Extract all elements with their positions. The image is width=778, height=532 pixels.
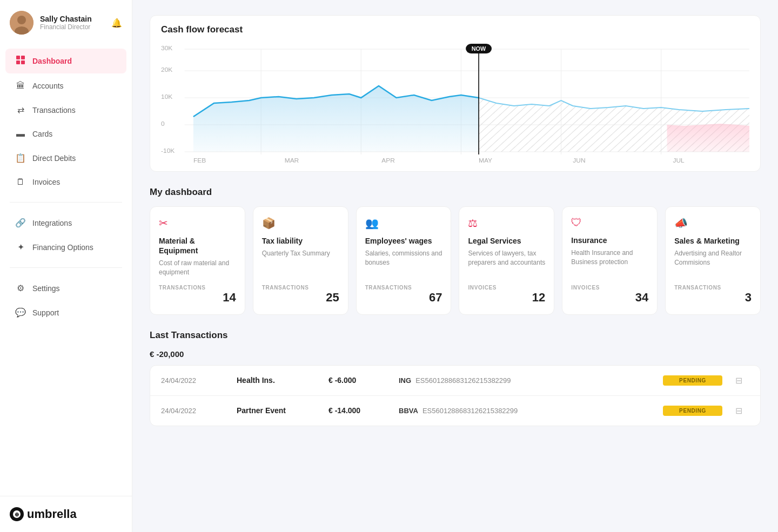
dashboard-card-insurance[interactable]: 🛡 Insurance Health Insurance and Busines… xyxy=(562,206,658,315)
dashboard-icon xyxy=(15,55,26,67)
card-footer-sales-marketing: TRANSACTIONS 3 xyxy=(674,285,752,305)
dashboard-card-employees-wages[interactable]: 👥 Employees' wages Salaries, commissions… xyxy=(356,206,452,315)
dashboard-card-legal-services[interactable]: ⚖ Legal Services Services of lawyers, ta… xyxy=(459,206,554,315)
card-type-employees-wages: TRANSACTIONS xyxy=(365,285,442,291)
avatar xyxy=(10,11,33,35)
accounts-label: Accounts xyxy=(32,82,64,90)
tx-amount: € -14.000 xyxy=(328,406,393,415)
card-subtitle-sales-marketing: Advertising and Realtor Commisions xyxy=(674,249,752,277)
tx-bank-name: BBVA xyxy=(399,407,418,415)
nav-divider-2 xyxy=(10,267,122,268)
sidebar-item-dashboard[interactable]: Dashboard xyxy=(5,49,126,73)
card-subtitle-insurance: Health Insurance and Business protection xyxy=(571,248,648,277)
svg-text:APR: APR xyxy=(381,157,395,163)
card-icon-employees-wages: 👥 xyxy=(365,217,442,230)
dashboard-title: My dashboard xyxy=(150,187,761,198)
card-type-tax-liability: TRANSACTIONS xyxy=(262,285,339,291)
main-nav: Dashboard 🏛 Accounts ⇄ Transactions ▬ Ca… xyxy=(0,45,132,197)
svg-text:10K: 10K xyxy=(161,93,173,99)
dashboard-card-tax-liability[interactable]: 📦 Tax liability Quarterly Tax Summary TR… xyxy=(253,206,348,315)
settings-label: Settings xyxy=(32,284,60,293)
sidebar-item-invoices[interactable]: 🗒 Invoices xyxy=(5,171,126,193)
user-profile: Sally Chastain Financial Director 🔔 xyxy=(0,0,132,45)
dashboard-label: Dashboard xyxy=(32,57,72,65)
card-title-material-equipment: Material & Equipment xyxy=(159,236,236,255)
svg-text:MAR: MAR xyxy=(285,157,299,163)
svg-marker-33 xyxy=(193,86,479,152)
secondary-nav: 🔗 Integrations ✦ Financing Options xyxy=(0,208,132,262)
notification-bell-icon[interactable]: 🔔 xyxy=(111,18,122,28)
sidebar-item-settings[interactable]: ⚙ Settings xyxy=(5,277,126,300)
financing-icon: ✦ xyxy=(15,242,26,252)
card-count-material-equipment: 14 xyxy=(159,291,236,305)
tx-detail-icon[interactable]: ⊟ xyxy=(728,375,749,386)
card-count-sales-marketing: 3 xyxy=(674,291,752,305)
sidebar-item-transactions[interactable]: ⇄ Transactions xyxy=(5,98,126,122)
card-count-tax-liability: 25 xyxy=(262,291,339,305)
svg-point-1 xyxy=(17,16,26,24)
card-footer-tax-liability: TRANSACTIONS 25 xyxy=(262,285,339,305)
svg-text:⊕: ⊕ xyxy=(15,511,19,517)
card-subtitle-legal-services: Services of lawyers, tax preparers and a… xyxy=(468,249,545,277)
card-type-insurance: INVOICES xyxy=(571,285,648,291)
cards-label: Cards xyxy=(32,130,52,138)
support-label: Support xyxy=(32,308,59,317)
tx-bank-name: ING xyxy=(399,376,411,385)
card-type-material-equipment: TRANSACTIONS xyxy=(159,285,236,291)
sidebar-item-accounts[interactable]: 🏛 Accounts xyxy=(5,75,126,97)
sidebar-item-integrations[interactable]: 🔗 Integrations xyxy=(5,211,126,234)
svg-text:20K: 20K xyxy=(161,66,173,72)
tx-bank: BBVA ES5601288683126215382299 xyxy=(399,407,658,415)
card-footer-employees-wages: TRANSACTIONS 67 xyxy=(365,285,442,305)
card-footer-legal-services: INVOICES 12 xyxy=(468,285,545,305)
card-type-sales-marketing: TRANSACTIONS xyxy=(674,285,752,291)
transactions-section: Last Transactions € -20,000 24/04/2022 H… xyxy=(150,330,761,426)
card-footer-insurance: INVOICES 34 xyxy=(571,285,648,305)
svg-text:JUL: JUL xyxy=(673,157,684,163)
transactions-table: 24/04/2022 Health Ins. € -6.000 ING ES56… xyxy=(150,365,761,426)
card-subtitle-material-equipment: Cost of raw material and equipment xyxy=(159,259,236,277)
tx-status-badge: PENDING xyxy=(663,406,722,416)
sidebar: Sally Chastain Financial Director 🔔 Dash… xyxy=(0,0,132,532)
dashboard-section: My dashboard ✂ Material & Equipment Cost… xyxy=(150,187,761,315)
card-type-legal-services: INVOICES xyxy=(468,285,545,291)
svg-rect-4 xyxy=(21,56,25,59)
dashboard-card-sales-marketing[interactable]: 📣 Sales & Marketing Advertising and Real… xyxy=(665,206,761,315)
user-info: Sally Chastain Financial Director xyxy=(40,15,105,31)
tx-bank: ING ES5601288683126215382299 xyxy=(399,376,658,385)
svg-rect-3 xyxy=(16,56,20,59)
svg-rect-6 xyxy=(21,60,25,64)
card-count-employees-wages: 67 xyxy=(365,291,442,305)
financing-label: Financing Options xyxy=(32,243,93,252)
direct-debits-icon: 📋 xyxy=(15,153,26,163)
chart-area: 30K 20K 10K 0 -10K FEB MAR APR MAY JUN J… xyxy=(161,44,749,163)
card-icon-legal-services: ⚖ xyxy=(468,217,545,230)
svg-text:FEB: FEB xyxy=(193,157,206,163)
sidebar-item-direct-debits[interactable]: 📋 Direct Debits xyxy=(5,146,126,170)
tx-account: ES5601288683126215382299 xyxy=(415,376,511,385)
integrations-label: Integrations xyxy=(32,219,72,227)
dashboard-card-material-equipment[interactable]: ✂ Material & Equipment Cost of raw mater… xyxy=(150,206,245,315)
card-footer-material-equipment: TRANSACTIONS 14 xyxy=(159,285,236,305)
integrations-icon: 🔗 xyxy=(15,218,26,228)
cards-icon: ▬ xyxy=(15,129,26,139)
card-icon-insurance: 🛡 xyxy=(571,217,648,229)
card-count-insurance: 34 xyxy=(571,291,648,305)
user-role: Financial Director xyxy=(40,23,105,31)
dashboard-cards-grid: ✂ Material & Equipment Cost of raw mater… xyxy=(150,206,761,315)
cashflow-chart: 30K 20K 10K 0 -10K FEB MAR APR MAY JUN J… xyxy=(161,44,749,163)
transactions-icon: ⇄ xyxy=(15,105,26,115)
support-icon: 💬 xyxy=(15,307,26,318)
invoices-icon: 🗒 xyxy=(15,177,26,187)
tx-amount: € -6.000 xyxy=(328,376,393,385)
direct-debits-label: Direct Debits xyxy=(32,154,76,163)
chart-title: Cash flow forecast xyxy=(161,24,749,35)
svg-text:JUN: JUN xyxy=(573,157,585,163)
sidebar-item-support[interactable]: 💬 Support xyxy=(5,301,126,324)
sidebar-item-cards[interactable]: ▬ Cards xyxy=(5,123,126,145)
tx-detail-icon[interactable]: ⊟ xyxy=(728,406,749,416)
sidebar-footer: ⊕ umbrella xyxy=(0,496,132,532)
card-count-legal-services: 12 xyxy=(468,291,545,305)
settings-icon: ⚙ xyxy=(15,283,26,293)
sidebar-item-financing[interactable]: ✦ Financing Options xyxy=(5,235,126,259)
